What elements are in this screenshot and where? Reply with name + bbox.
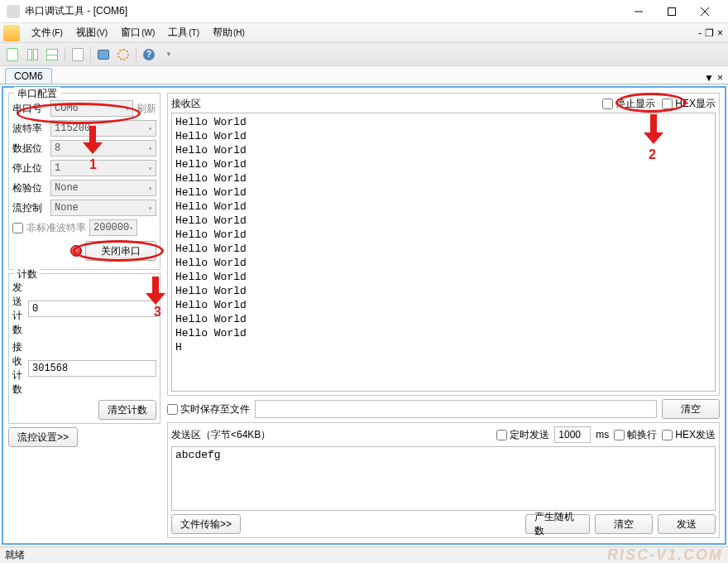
close-port-button[interactable]: 关闭串口 (85, 241, 156, 261)
databits-select[interactable]: 8 (50, 140, 156, 156)
port-select[interactable]: COM6 (50, 100, 133, 117)
titlebar: 串口调试工具 - [COM6] (0, 0, 728, 23)
file-transfer-button[interactable]: 文件传输>> (171, 514, 241, 534)
menu-app-icon (3, 25, 20, 41)
nonstd-baud-checkbox[interactable] (12, 223, 23, 233)
app-icon (7, 5, 20, 18)
send-count-label: 发送计数 (12, 281, 25, 337)
tool-gear-icon[interactable] (114, 46, 132, 64)
tool-dropdown-icon[interactable]: ▼ (160, 46, 178, 64)
menubar: 文件(F) 视图(V) 窗口(W) 工具(T) 帮助(H) - ❐ × (0, 23, 728, 43)
stop-display-checkbox[interactable]: 停止显示 (602, 97, 655, 111)
hex-send-checkbox[interactable]: HEX发送 (662, 428, 716, 442)
recv-count-label: 接收计数 (12, 340, 25, 397)
receive-title: 接收区 (171, 97, 201, 111)
tab-close-icon[interactable]: × (717, 72, 723, 84)
refresh-link[interactable]: 刷新 (136, 102, 156, 116)
menu-tools[interactable]: 工具(T) (161, 23, 206, 43)
databits-label: 数据位 (12, 142, 47, 156)
tool-doc-icon[interactable] (69, 46, 87, 64)
flow-select[interactable]: None (50, 200, 156, 216)
count-title: 计数 (14, 267, 41, 282)
parity-select[interactable]: None (50, 180, 156, 196)
toolbar: ? ▼ (0, 43, 728, 66)
nonstd-baud-label: 非标准波特率 (26, 221, 86, 235)
save-to-file-checkbox[interactable]: 实时保存至文件 (167, 402, 250, 416)
receive-textarea[interactable]: Hello World Hello World Hello World Hell… (171, 113, 716, 392)
tab-bar: COM6 ▼ × (0, 66, 728, 84)
count-group: 计数 发送计数 接收计数 清空计数 (8, 273, 160, 424)
mdi-close-icon[interactable]: × (717, 27, 723, 39)
baud-select[interactable]: 115200 (50, 120, 156, 137)
interval-input[interactable] (554, 426, 591, 443)
tool-monitor-icon[interactable] (94, 46, 113, 64)
tool-split-v-icon[interactable] (43, 46, 61, 64)
left-panel: 串口配置 串口号COM6刷新 波特率115200 数据位8 停止位1 检验位No… (8, 93, 160, 538)
recv-count-field[interactable] (28, 360, 156, 377)
tool-help-icon[interactable]: ? (140, 46, 158, 64)
tool-split-h-icon[interactable] (23, 46, 41, 64)
stopbits-select[interactable]: 1 (50, 160, 156, 176)
nonstd-baud-select[interactable]: 200000 (89, 219, 137, 236)
menu-view[interactable]: 视图(V) (69, 23, 114, 43)
status-ready: 就绪 (5, 548, 25, 562)
clear-send-button[interactable]: 清空 (595, 514, 653, 534)
receive-group: 接收区 停止显示 HEX显示 Hello World Hello World H… (167, 93, 720, 396)
timed-send-checkbox[interactable]: 定时发送 (496, 428, 549, 442)
maximize-button[interactable] (655, 0, 688, 23)
port-status-led-icon (70, 245, 82, 257)
send-group: 发送区（字节<64KB） 定时发送 ms 帧换行 HEX发送 abcdefg 文… (167, 422, 720, 538)
send-textarea[interactable]: abcdefg (171, 446, 716, 511)
port-label: 串口号 (12, 102, 47, 116)
status-bar: 就绪 RISC-V1.COM (0, 546, 728, 563)
random-button[interactable]: 产生随机数 (525, 514, 590, 534)
main-content: 串口配置 串口号COM6刷新 波特率115200 数据位8 停止位1 检验位No… (2, 86, 726, 545)
serial-config-title: 串口配置 (14, 87, 60, 101)
menu-window[interactable]: 窗口(W) (114, 23, 161, 43)
window-title: 串口调试工具 - [COM6] (25, 4, 622, 18)
watermark: RISC-V1.COM (607, 546, 723, 563)
tab-com6[interactable]: COM6 (5, 68, 52, 84)
right-panel: 接收区 停止显示 HEX显示 Hello World Hello World H… (167, 93, 720, 538)
minimize-button[interactable] (622, 0, 655, 23)
send-button[interactable]: 发送 (658, 514, 716, 534)
baud-label: 波特率 (12, 122, 47, 136)
svg-rect-1 (668, 7, 676, 15)
menu-help[interactable]: 帮助(H) (206, 23, 251, 43)
mdi-restore-icon[interactable]: ❐ (705, 27, 714, 39)
save-path-input[interactable] (255, 400, 657, 418)
mdi-minimize-icon[interactable]: - (698, 27, 702, 39)
stopbits-label: 停止位 (12, 161, 47, 176)
frame-wrap-checkbox[interactable]: 帧换行 (614, 428, 657, 442)
clear-recv-button[interactable]: 清空 (662, 399, 720, 419)
close-button[interactable] (688, 0, 721, 23)
serial-config-group: 串口配置 串口号COM6刷新 波特率115200 数据位8 停止位1 检验位No… (8, 93, 160, 270)
tool-new-icon[interactable] (3, 46, 22, 64)
flow-settings-button[interactable]: 流控设置>> (8, 427, 78, 447)
separator (65, 47, 65, 62)
flow-label: 流控制 (12, 201, 47, 215)
send-count-field[interactable] (28, 301, 156, 317)
separator (136, 47, 136, 62)
separator (90, 47, 91, 62)
clear-count-button[interactable]: 清空计数 (98, 400, 156, 420)
ms-label: ms (596, 429, 609, 440)
menu-file[interactable]: 文件(F) (25, 23, 69, 43)
parity-label: 检验位 (12, 181, 47, 195)
hex-display-checkbox[interactable]: HEX显示 (662, 97, 716, 111)
tab-dropdown-icon[interactable]: ▼ (704, 72, 714, 84)
send-title: 发送区（字节<64KB） (171, 428, 271, 442)
